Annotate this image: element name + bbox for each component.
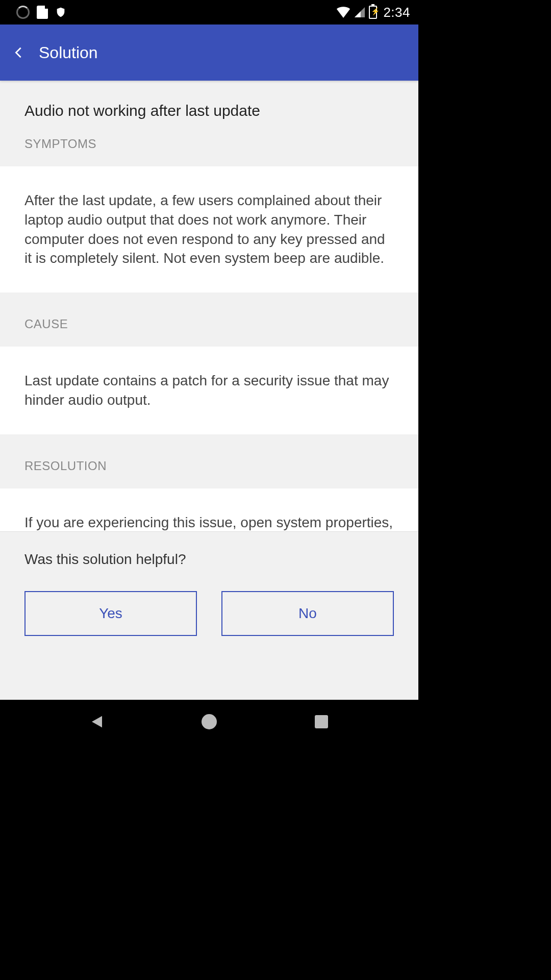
shield-icon: [55, 6, 66, 19]
section-heading-cause: CAUSE: [0, 317, 418, 347]
battery-charging-icon: ⚡: [369, 6, 377, 19]
section-body-cause: Last update contains a patch for a secur…: [0, 347, 418, 434]
back-button[interactable]: [8, 42, 29, 63]
loading-icon: [16, 6, 30, 19]
nav-bar: [0, 700, 418, 743]
nav-back-button[interactable]: [88, 713, 106, 731]
feedback-yes-button[interactable]: Yes: [24, 591, 197, 636]
status-right-icons: ⚡ 2:34: [336, 5, 412, 20]
section-heading-resolution: RESOLUTION: [0, 459, 418, 488]
section-heading-symptoms: SYMPTOMS: [0, 137, 418, 166]
feedback-buttons: Yes No: [24, 591, 394, 636]
nav-back-icon: [89, 714, 105, 729]
status-left-icons: [6, 6, 66, 19]
status-bar: ⚡ 2:34: [0, 0, 418, 24]
app-bar: Solution: [0, 24, 418, 81]
feedback-no-button[interactable]: No: [221, 591, 394, 636]
feedback-question: Was this solution helpful?: [24, 551, 394, 568]
content-area: Audio not working after last update SYMP…: [0, 81, 418, 700]
status-time: 2:34: [380, 5, 412, 20]
feedback-panel: Was this solution helpful? Yes No: [0, 531, 418, 656]
article-title: Audio not working after last update: [0, 81, 418, 137]
nav-home-button[interactable]: [200, 713, 218, 731]
sd-card-icon: [37, 6, 48, 19]
nav-recent-button[interactable]: [312, 713, 331, 731]
wifi-icon: [336, 7, 350, 18]
signal-icon: [354, 7, 366, 18]
chevron-left-icon: [13, 47, 24, 58]
nav-recent-icon: [315, 715, 328, 728]
page-title: Solution: [39, 43, 98, 62]
nav-home-icon: [202, 714, 217, 729]
section-body-symptoms: After the last update, a few users compl…: [0, 166, 418, 292]
